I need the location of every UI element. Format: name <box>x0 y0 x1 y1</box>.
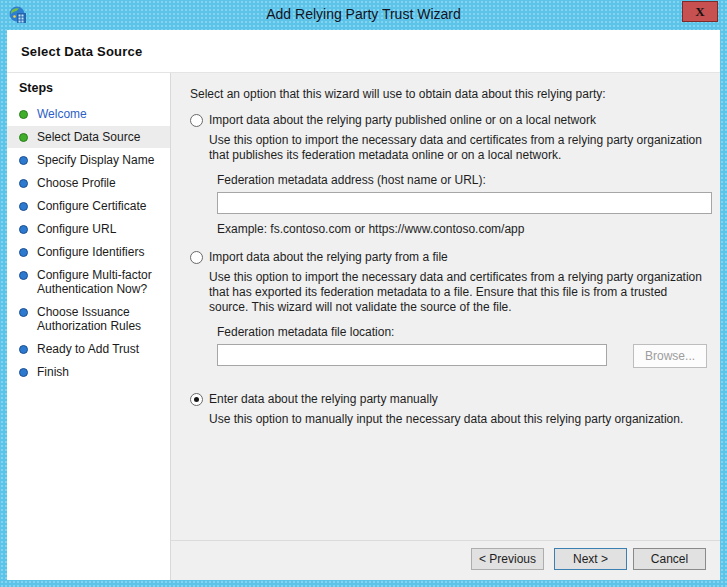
intro-text: Select an option that this wizard will u… <box>190 87 707 101</box>
wizard-footer: < Previous Next > Cancel <box>171 540 720 580</box>
option-description: Use this option to import the necessary … <box>209 133 707 163</box>
browse-button[interactable]: Browse... <box>633 344 707 368</box>
step-status-icon <box>19 156 28 165</box>
option-description: Use this option to import the necessary … <box>209 270 707 315</box>
step-item-configure-url: Configure URL <box>7 218 170 240</box>
step-status-icon <box>19 345 28 354</box>
metadata-file-group: Federation metadata file location: Brows… <box>217 325 707 368</box>
step-status-icon <box>19 202 28 211</box>
step-status-icon <box>19 248 28 257</box>
step-status-icon <box>19 308 28 317</box>
option-description: Use this option to manually input the ne… <box>209 412 707 427</box>
step-item-specify-display-name: Specify Display Name <box>7 149 170 171</box>
step-label: Ready to Add Trust <box>37 342 139 356</box>
main-content: Select an option that this wizard will u… <box>171 73 720 580</box>
radio-button[interactable] <box>190 251 203 264</box>
steps-header: Steps <box>7 79 170 103</box>
metadata-file-input[interactable] <box>217 344 607 366</box>
step-status-icon <box>19 179 28 188</box>
radio-option-enter-manually[interactable]: Enter data about the relying party manua… <box>190 392 707 406</box>
page-title: Select Data Source <box>21 44 142 59</box>
step-status-icon <box>19 271 28 280</box>
previous-button[interactable]: < Previous <box>471 548 544 570</box>
window-title: Add Relying Party Trust Wizard <box>7 0 720 28</box>
step-label: Specify Display Name <box>37 153 154 167</box>
step-item-welcome: Welcome <box>7 103 170 125</box>
step-item-configure-mfa: Configure Multi-factor Authentication No… <box>7 264 170 300</box>
data-source-options: Select an option that this wizard will u… <box>171 73 720 540</box>
steps-sidebar: Steps Welcome Select Data Source Specify… <box>7 73 171 580</box>
step-label: Finish <box>37 365 69 379</box>
step-status-icon <box>19 368 28 377</box>
radio-label: Import data about the relying party from… <box>209 250 448 264</box>
step-label: Configure Multi-factor Authentication No… <box>37 268 163 296</box>
radio-button[interactable] <box>190 393 203 406</box>
dialog-header: Select Data Source <box>7 30 720 73</box>
step-item-configure-certificate: Configure Certificate <box>7 195 170 217</box>
step-label: Configure URL <box>37 222 116 236</box>
step-item-choose-profile: Choose Profile <box>7 172 170 194</box>
step-item-select-data-source: Select Data Source <box>7 126 170 148</box>
metadata-address-example: Example: fs.contoso.com or https://www.c… <box>217 222 707 236</box>
step-status-icon <box>19 110 28 119</box>
metadata-file-label: Federation metadata file location: <box>217 325 707 339</box>
radio-label: Enter data about the relying party manua… <box>209 392 438 406</box>
radio-button[interactable] <box>190 114 203 127</box>
wizard-dialog: Select Data Source Steps Welcome Select … <box>7 30 720 580</box>
wizard-window: Add Relying Party Trust Wizard X Select … <box>0 0 727 587</box>
metadata-address-label: Federation metadata address (host name o… <box>217 173 707 187</box>
step-label: Welcome <box>37 107 87 121</box>
close-button[interactable]: X <box>682 1 718 22</box>
next-button[interactable]: Next > <box>554 548 627 570</box>
metadata-address-group: Federation metadata address (host name o… <box>217 173 707 236</box>
step-item-ready-to-add-trust: Ready to Add Trust <box>7 338 170 360</box>
step-label: Select Data Source <box>37 130 140 144</box>
radio-option-import-file[interactable]: Import data about the relying party from… <box>190 250 707 264</box>
step-item-finish: Finish <box>7 361 170 383</box>
step-item-choose-issuance-rules: Choose Issuance Authorization Rules <box>7 301 170 337</box>
step-label: Configure Identifiers <box>37 245 144 259</box>
radio-option-import-online[interactable]: Import data about the relying party publ… <box>190 113 707 127</box>
step-status-icon <box>19 225 28 234</box>
metadata-address-input[interactable] <box>217 192 712 214</box>
titlebar[interactable]: Add Relying Party Trust Wizard X <box>7 0 720 30</box>
step-label: Choose Issuance Authorization Rules <box>37 305 163 333</box>
step-status-icon <box>19 133 28 142</box>
cancel-button[interactable]: Cancel <box>633 548 706 570</box>
step-label: Choose Profile <box>37 176 116 190</box>
step-item-configure-identifiers: Configure Identifiers <box>7 241 170 263</box>
step-label: Configure Certificate <box>37 199 146 213</box>
radio-label: Import data about the relying party publ… <box>209 113 596 127</box>
